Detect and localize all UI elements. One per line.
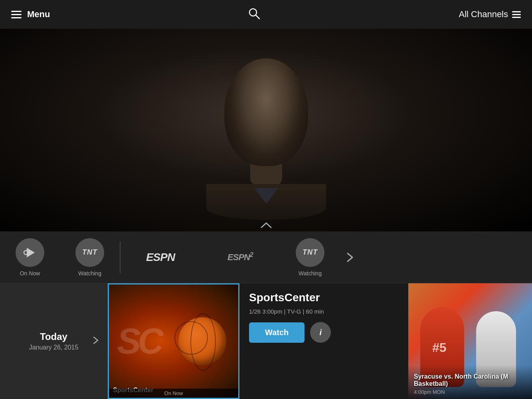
tnt-logo: TNT [75, 238, 104, 267]
program-title: SportsCenter [249, 291, 399, 304]
espn-logo: ESPN [146, 251, 175, 264]
menu-button[interactable]: Menu [11, 9, 50, 20]
sportscenter-info-panel: SportsCenter 1/26 3:00pm | TV-G | 60 min… [239, 283, 408, 399]
all-channels-button[interactable]: All Channels [459, 9, 521, 20]
espn2-logo: ESPN2 [227, 251, 253, 263]
tnt-watching-label: Watching [78, 270, 101, 277]
channel-tnt-watching[interactable]: TNT Watching [60, 231, 120, 283]
tnt-right-label: Watching [299, 270, 322, 277]
on-now-icon [16, 238, 44, 267]
all-channels-label: All Channels [459, 9, 508, 20]
program-meta: 1/26 3:00pm | TV-G | 60 min [249, 308, 399, 315]
today-next-arrow[interactable] [91, 336, 100, 346]
video-player[interactable] [0, 29, 532, 231]
sportscenter-thumbnail: SC [109, 284, 238, 398]
channel-on-now[interactable]: On Now [0, 231, 60, 283]
video-content [206, 58, 326, 210]
today-panel[interactable]: Today January 26, 2015 [0, 283, 108, 399]
today-date: January 26, 2015 [29, 344, 79, 351]
search-button[interactable] [248, 7, 261, 22]
channel-tnt-right[interactable]: TNT Watching [280, 231, 340, 283]
channel-next-arrow[interactable] [340, 231, 360, 283]
info-button[interactable]: i [310, 322, 331, 343]
svg-line-1 [256, 15, 259, 19]
on-now-label-overlay: On Now [109, 389, 238, 398]
collapse-arrow[interactable] [256, 219, 276, 231]
today-label: Today [40, 331, 67, 342]
program-actions: Watch i [249, 322, 399, 343]
info-icon: i [319, 328, 322, 337]
on-now-label: On Now [20, 270, 40, 277]
channel-espn2[interactable]: ESPN2 [200, 231, 280, 283]
menu-label: Menu [27, 9, 50, 20]
game-card-overlay: Syracuse vs. North Carolina (M Basketbal… [408, 365, 532, 399]
channel-bar: On Now TNT Watching ESPN ESPN2 TNT Watch… [0, 231, 532, 283]
list-icon [512, 11, 521, 18]
sportscenter-card[interactable]: SC SportsCenter On Now [108, 283, 239, 399]
top-navigation: Menu All Channels [0, 0, 532, 29]
tnt-right-logo: TNT [296, 238, 324, 267]
hamburger-icon [11, 11, 22, 18]
game-time: 4:00pm MON [414, 389, 526, 395]
sc-letters: SC [117, 321, 160, 362]
game-title: Syracuse vs. North Carolina (M Basketbal… [414, 373, 526, 387]
content-area: Today January 26, 2015 SC SportsCenter O… [0, 283, 532, 399]
basketball-icon [178, 317, 226, 365]
basketball-game-card[interactable]: #5 Syracuse vs. North Carolina (M Basket… [408, 283, 532, 399]
watch-button[interactable]: Watch [249, 322, 305, 343]
channel-espn[interactable]: ESPN [121, 231, 200, 283]
video-background [0, 29, 532, 231]
